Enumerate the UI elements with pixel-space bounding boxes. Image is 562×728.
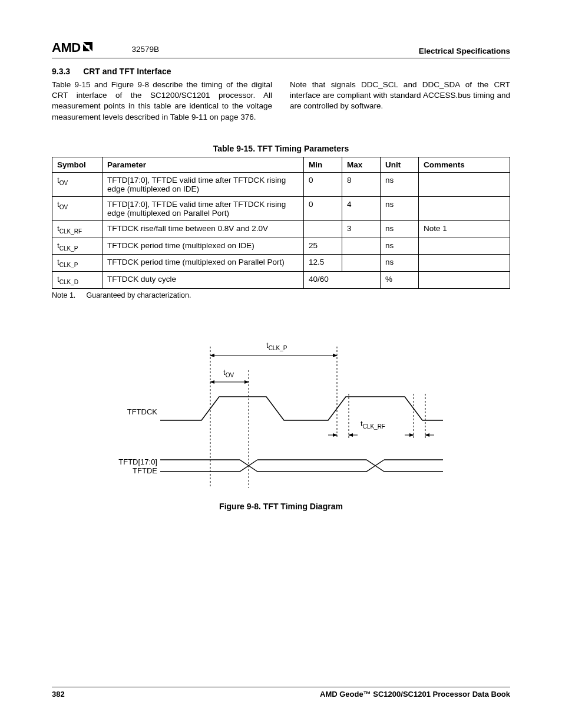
cell-min — [304, 220, 342, 238]
timing-table: Symbol Parameter Min Max Unit Comments t… — [52, 157, 510, 289]
timing-figure: tCLK_P tOV TFTDCK tCLK_RF TFTD[17:0] TFT… — [52, 335, 510, 511]
book-title: AMD Geode™ SC1200/SC1201 Processor Data … — [320, 690, 510, 699]
cell-comments — [419, 172, 510, 196]
note-text: Guaranteed by characterization. — [86, 291, 191, 299]
cell-parameter: TFTDCK period time (multiplexed on Paral… — [103, 255, 304, 272]
cell-parameter: TFTDCK rise/fall time between 0.8V and 2… — [103, 220, 304, 238]
amd-logo: AMD — [52, 40, 94, 55]
cell-max: 8 — [342, 172, 381, 196]
cell-parameter: TFTDCK duty cycle — [103, 271, 304, 288]
cell-symbol: tCLK_P — [52, 255, 103, 272]
cell-parameter: TFTD[17:0], TFTDE valid time after TFTDC… — [103, 172, 304, 196]
cell-max: 4 — [342, 196, 381, 220]
table-footnote: Note 1. Guaranteed by characterization. — [52, 291, 510, 299]
cell-parameter: TFTD[17:0], TFTDE valid time after TFTDC… — [103, 196, 304, 220]
page-footer: 382 AMD Geode™ SC1200/SC1201 Processor D… — [52, 687, 510, 699]
cell-min: 25 — [304, 238, 342, 255]
label-tftd: TFTD[17:0] — [118, 457, 157, 466]
data-waveform — [160, 460, 443, 472]
timing-diagram-svg: tCLK_P tOV TFTDCK tCLK_RF TFTD[17:0] TFT… — [116, 335, 446, 494]
th-max: Max — [342, 157, 381, 172]
cell-max — [342, 255, 381, 272]
table-header-row: Symbol Parameter Min Max Unit Comments — [52, 157, 510, 172]
section-number: 9.3.3 — [52, 67, 70, 76]
table-row: tCLK_P TFTDCK period time (multiplexed o… — [52, 238, 510, 255]
cell-min: 12.5 — [304, 255, 342, 272]
body-columns: Table 9-15 and Figure 9-8 describe the t… — [52, 80, 510, 123]
cell-symbol: tCLK_D — [52, 271, 103, 288]
th-unit: Unit — [381, 157, 419, 172]
label-tclk-rf: tCLK_RF — [361, 419, 385, 430]
th-comments: Comments — [419, 157, 510, 172]
label-tclk-p: tCLK_P — [266, 341, 287, 351]
th-parameter: Parameter — [103, 157, 304, 172]
body-left-col: Table 9-15 and Figure 9-8 describe the t… — [52, 80, 272, 123]
cell-comments — [419, 255, 510, 272]
header-left: AMD 32579B — [52, 40, 159, 55]
label-tftde: TFTDE — [133, 466, 157, 475]
cell-symbol: tCLK_P — [52, 238, 103, 255]
cell-unit: ns — [381, 220, 419, 238]
cell-parameter: TFTDCK period time (multiplexed on IDE) — [103, 238, 304, 255]
cell-comments — [419, 196, 510, 220]
th-min: Min — [304, 157, 342, 172]
table-row: tCLK_D TFTDCK duty cycle 40/60 % — [52, 271, 510, 288]
cell-max — [342, 238, 381, 255]
table-caption: Table 9-15. TFT Timing Parameters — [52, 144, 510, 153]
cell-unit: % — [381, 271, 419, 288]
th-symbol: Symbol — [52, 157, 103, 172]
header-section-title: Electrical Specifications — [419, 47, 510, 55]
cell-symbol: tOV — [52, 196, 103, 220]
cell-unit: ns — [381, 172, 419, 196]
page: AMD 32579B Electrical Specifications 9.3… — [0, 0, 562, 728]
cell-min: 0 — [304, 172, 342, 196]
label-tftdck: TFTDCK — [127, 407, 158, 416]
label-tov: tOV — [223, 368, 234, 378]
logo-text: AMD — [52, 40, 81, 55]
cell-comments — [419, 271, 510, 288]
section-heading: 9.3.3CRT and TFT Interface — [52, 67, 510, 76]
cell-comments — [419, 238, 510, 255]
figure-caption: Figure 9-8. TFT Timing Diagram — [52, 502, 510, 511]
section-title: CRT and TFT Interface — [83, 67, 171, 76]
page-header: AMD 32579B Electrical Specifications — [52, 40, 510, 58]
body-right-col: Note that signals DDC_SCL and DDC_SDA of… — [290, 80, 510, 123]
table-row: tCLK_P TFTDCK period time (multiplexed o… — [52, 255, 510, 272]
cell-unit: ns — [381, 196, 419, 220]
page-number: 382 — [52, 690, 65, 699]
cell-comments: Note 1 — [419, 220, 510, 238]
note-label: Note 1. — [52, 291, 84, 299]
table-row: tCLK_RF TFTDCK rise/fall time between 0.… — [52, 220, 510, 238]
cell-unit: ns — [381, 238, 419, 255]
logo-arrow-icon — [82, 40, 94, 55]
table-row: tOV TFTD[17:0], TFTDE valid time after T… — [52, 196, 510, 220]
cell-max: 3 — [342, 220, 381, 238]
tftdck-waveform — [160, 397, 443, 420]
cell-symbol: tCLK_RF — [52, 220, 103, 238]
cell-min: 0 — [304, 196, 342, 220]
cell-minmax: 40/60 — [304, 271, 381, 288]
document-id: 32579B — [131, 45, 159, 54]
table-row: tOV TFTD[17:0], TFTDE valid time after T… — [52, 172, 510, 196]
cell-unit: ns — [381, 255, 419, 272]
cell-symbol: tOV — [52, 172, 103, 196]
